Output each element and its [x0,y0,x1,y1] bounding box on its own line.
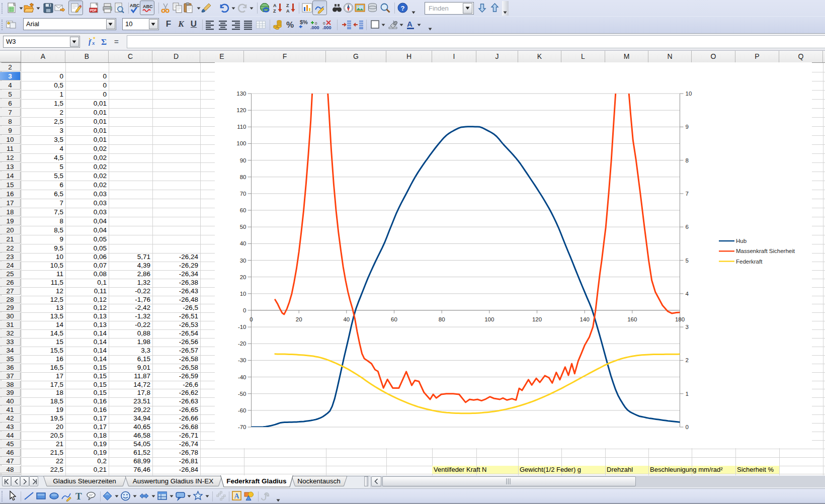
svg-text:A: A [234,492,239,500]
svg-text:0: 0 [250,316,253,322]
svg-text:0: 0 [243,307,246,313]
svg-text:160: 160 [627,316,637,322]
svg-text:4: 4 [686,291,689,297]
svg-text:3: 3 [686,324,689,330]
svg-text:ABC: ABC [130,3,140,8]
svg-text:-10: -10 [238,324,246,330]
svg-text:7: 7 [686,191,689,197]
svg-text:?: ? [401,5,405,12]
svg-text:Federkraft: Federkraft [736,259,763,265]
svg-text:$%: $% [300,19,308,25]
svg-text:50: 50 [240,224,246,230]
svg-text:100: 100 [236,140,246,146]
svg-text:-70: -70 [238,424,246,430]
svg-text:.000: .000 [310,25,319,30]
svg-text:T: T [75,491,82,501]
svg-text:80: 80 [240,174,246,180]
svg-text:Σ: Σ [101,37,107,47]
svg-text:-30: -30 [238,357,246,363]
svg-text:x: x [92,40,95,46]
svg-text:-20: -20 [238,341,246,347]
svg-text:2: 2 [686,357,689,363]
svg-text:0: 0 [686,424,689,430]
svg-text:9: 9 [686,124,689,130]
svg-text:6: 6 [686,224,689,230]
svg-text:30: 30 [240,258,246,264]
svg-text:A: A [286,9,290,14]
svg-text:130: 130 [236,91,246,97]
svg-text:8: 8 [686,157,689,163]
svg-text:120: 120 [236,107,246,113]
svg-text:Massenkraft Sicherheit: Massenkraft Sicherheit [736,248,795,254]
svg-text:20: 20 [240,274,246,280]
svg-text:60: 60 [391,316,397,322]
svg-text:Z: Z [286,3,289,8]
svg-text:PDF: PDF [90,9,97,12]
svg-text:%: % [286,20,294,30]
svg-text:=: = [114,37,119,46]
svg-text:-40: -40 [238,374,246,380]
svg-text:1: 1 [686,391,689,397]
svg-text:180: 180 [675,316,685,322]
svg-text:40: 40 [240,240,246,246]
svg-text:Z: Z [273,9,276,14]
svg-text:Hub: Hub [736,238,747,244]
svg-text:40: 40 [343,316,350,322]
svg-text:ABC: ABC [143,4,153,9]
svg-text:120: 120 [532,316,542,322]
svg-text:A: A [273,3,277,8]
svg-text:A: A [407,20,412,28]
svg-text:140: 140 [580,316,590,322]
svg-text:100: 100 [484,316,494,322]
svg-text:.000: .000 [322,25,332,30]
svg-text:60: 60 [240,207,246,213]
svg-text:110: 110 [237,124,246,130]
svg-text:10: 10 [240,291,246,297]
svg-text:-60: -60 [238,407,246,413]
svg-text:70: 70 [240,191,246,197]
svg-text:80: 80 [439,316,445,322]
svg-text:0: 0 [315,21,317,26]
svg-text:5: 5 [686,258,689,264]
svg-text:-50: -50 [238,391,246,397]
svg-text:0: 0 [323,21,325,26]
svg-text:10: 10 [686,91,692,97]
svg-text:20: 20 [296,316,302,322]
svg-text:90: 90 [240,157,246,163]
